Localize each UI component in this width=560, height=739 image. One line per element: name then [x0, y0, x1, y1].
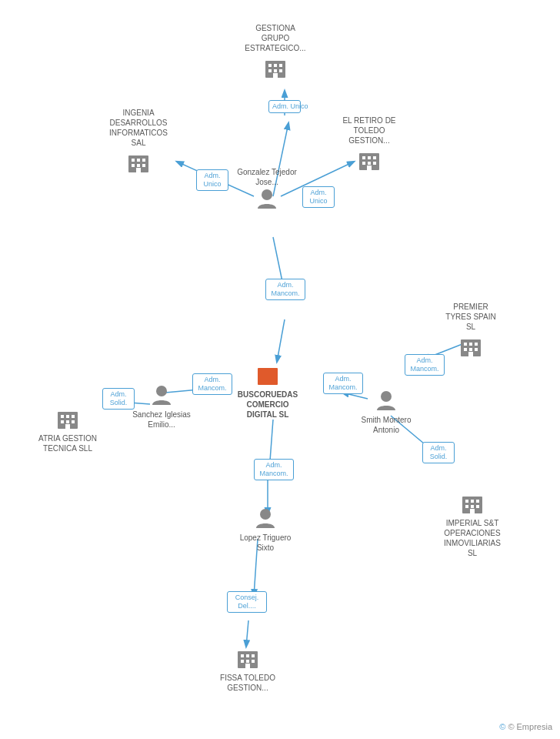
- atria-label: ATRIA GESTION TECNICA SLL: [37, 433, 98, 453]
- badge-adm-unico-3[interactable]: Adm.Unico: [302, 186, 335, 208]
- badge-adm-unico-2[interactable]: Adm.Unico: [196, 169, 228, 191]
- svg-rect-69: [476, 500, 479, 503]
- badge-adm-solid-2[interactable]: Adm.Solid.: [422, 442, 455, 463]
- node-atria[interactable]: ATRIA GESTION TECNICA SLL: [37, 404, 98, 453]
- gestiona-building-icon: [262, 53, 289, 81]
- watermark: © © Empresia: [499, 722, 552, 731]
- imperial-label: IMPERIAL S&T OPERACIONES INMOVILIARIAS S…: [442, 518, 503, 558]
- watermark-text: © Empresia: [508, 722, 552, 731]
- svg-rect-47: [468, 352, 473, 356]
- node-premier[interactable]: PREMIER TYRES SPAIN SL: [440, 300, 502, 359]
- node-gestiona[interactable]: GESTIONA GRUPO ESTRATEGICO...: [245, 22, 306, 81]
- svg-rect-37: [373, 162, 376, 165]
- node-smith[interactable]: Smith Montero Antonio: [355, 389, 417, 435]
- svg-rect-53: [266, 376, 269, 380]
- svg-rect-35: [362, 162, 365, 165]
- svg-rect-22: [273, 73, 278, 78]
- lopez-person-icon: [253, 507, 278, 531]
- svg-rect-42: [469, 343, 472, 346]
- svg-rect-68: [471, 500, 474, 503]
- svg-rect-67: [465, 500, 468, 503]
- svg-rect-79: [241, 660, 244, 663]
- svg-rect-63: [72, 420, 75, 423]
- svg-rect-24: [132, 159, 135, 162]
- svg-rect-80: [246, 660, 249, 663]
- badge-adm-mancom-2[interactable]: Adm.Mancom.: [192, 373, 232, 395]
- svg-rect-20: [274, 69, 277, 72]
- svg-rect-61: [61, 420, 64, 423]
- atria-building-icon: [54, 404, 82, 432]
- fissa-label: FISSA TOLEDO GESTION...: [217, 673, 278, 693]
- svg-rect-78: [252, 654, 255, 657]
- sanchez-label: Sanchez Iglesias Emilio...: [131, 410, 192, 430]
- node-sanchez[interactable]: Sanchez Iglesias Emilio...: [131, 383, 192, 430]
- diagram-container: GESTIONA GRUPO ESTRATEGICO... Adm. Unico…: [0, 0, 560, 739]
- svg-rect-17: [274, 64, 277, 67]
- buscoruedas-building-icon: [254, 360, 282, 388]
- svg-rect-33: [368, 156, 371, 159]
- svg-rect-82: [245, 664, 250, 668]
- svg-rect-27: [132, 164, 135, 167]
- svg-rect-41: [464, 343, 467, 346]
- svg-rect-18: [279, 64, 282, 67]
- svg-rect-16: [268, 64, 272, 67]
- node-imperial[interactable]: IMPERIAL S&T OPERACIONES INMOVILIARIAS S…: [442, 489, 503, 558]
- svg-rect-28: [137, 164, 140, 167]
- badge-adm-mancom-1[interactable]: Adm.Mancom.: [265, 279, 305, 300]
- svg-rect-60: [72, 415, 75, 418]
- gestiona-label: GESTIONA GRUPO ESTRATEGICO...: [245, 23, 306, 53]
- smith-label: Smith Montero Antonio: [355, 415, 417, 435]
- gonzalez-person-icon: [255, 187, 279, 212]
- svg-rect-52: [261, 376, 264, 380]
- lopez-label: Lopez Triguero Sixto: [235, 533, 296, 553]
- svg-line-14: [246, 620, 248, 647]
- svg-rect-29: [142, 164, 145, 167]
- fissa-building-icon: [234, 644, 262, 671]
- svg-point-65: [381, 391, 392, 402]
- imperial-building-icon: [458, 489, 486, 517]
- badge-adm-mancom-5[interactable]: Adm.Mancom.: [405, 354, 445, 376]
- badge-adm-mancom-4[interactable]: Adm.Mancom.: [254, 459, 294, 480]
- svg-rect-62: [66, 420, 69, 423]
- premier-label: PREMIER TYRES SPAIN SL: [440, 302, 502, 332]
- svg-rect-36: [368, 162, 371, 165]
- svg-rect-55: [265, 380, 270, 385]
- svg-rect-51: [272, 371, 275, 374]
- node-buscoruedas[interactable]: BUSCORUEDAS COMERCIO DIGITAL SL: [237, 360, 298, 420]
- svg-line-5: [277, 319, 285, 362]
- svg-rect-46: [475, 348, 478, 351]
- svg-rect-71: [471, 505, 474, 508]
- svg-rect-77: [246, 654, 249, 657]
- svg-rect-81: [252, 660, 255, 663]
- svg-rect-44: [464, 348, 467, 351]
- sanchez-person-icon: [149, 383, 174, 408]
- gonzalez-label: Gonzalez Tejedor Jose...: [236, 167, 298, 187]
- svg-rect-59: [66, 415, 69, 418]
- svg-rect-43: [475, 343, 478, 346]
- watermark-copy: ©: [499, 722, 505, 731]
- smith-person-icon: [374, 389, 398, 413]
- svg-rect-38: [367, 166, 372, 170]
- svg-rect-73: [470, 509, 475, 513]
- svg-rect-19: [268, 69, 272, 72]
- badge-consej-del[interactable]: Consej.Del....: [227, 591, 267, 613]
- node-ingenia[interactable]: INGENIA DESARROLLOS INFORMATICOS SAL: [108, 106, 169, 176]
- svg-rect-45: [469, 348, 472, 351]
- node-elretiro[interactable]: EL RETIRO DE TOLEDO GESTION...: [338, 114, 400, 173]
- badge-adm-unico-1[interactable]: Adm. Unico: [268, 100, 301, 113]
- svg-rect-26: [142, 159, 145, 162]
- badge-adm-solid-1[interactable]: Adm.Solid.: [102, 388, 135, 410]
- ingenia-label: INGENIA DESARROLLOS INFORMATICOS SAL: [108, 108, 169, 148]
- elretiro-label: EL RETIRO DE TOLEDO GESTION...: [338, 115, 400, 145]
- svg-point-56: [156, 386, 167, 396]
- premier-building-icon: [457, 332, 485, 359]
- svg-point-74: [260, 509, 271, 520]
- buscoruedas-label: BUSCORUEDAS COMERCIO DIGITAL SL: [237, 390, 298, 420]
- node-fissa[interactable]: FISSA TOLEDO GESTION...: [217, 644, 278, 693]
- node-lopez[interactable]: Lopez Triguero Sixto: [235, 507, 296, 553]
- node-gonzalez[interactable]: Gonzalez Tejedor Jose...: [236, 166, 298, 212]
- svg-rect-30: [136, 168, 141, 172]
- elretiro-building-icon: [355, 145, 383, 173]
- svg-rect-64: [65, 424, 70, 429]
- svg-rect-72: [476, 505, 479, 508]
